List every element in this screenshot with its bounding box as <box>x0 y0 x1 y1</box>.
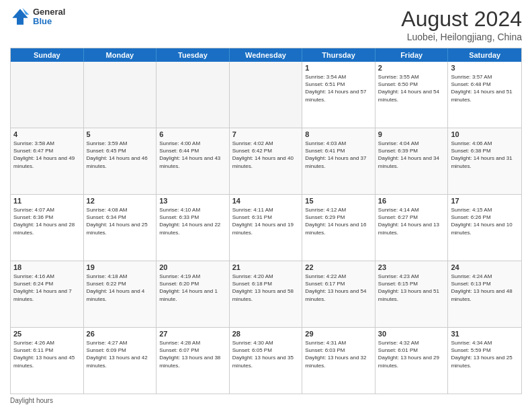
cal-cell: 22Sunrise: 4:22 AMSunset: 6:17 PMDayligh… <box>302 261 375 327</box>
cal-cell: 29Sunrise: 4:31 AMSunset: 6:03 PMDayligh… <box>302 328 375 394</box>
day-number: 29 <box>305 330 372 338</box>
cal-cell: 4Sunrise: 3:58 AMSunset: 6:47 PMDaylight… <box>11 128 84 194</box>
day-info: Sunrise: 4:31 AMSunset: 6:03 PMDaylight:… <box>305 339 372 369</box>
cal-cell: 23Sunrise: 4:23 AMSunset: 6:15 PMDayligh… <box>375 261 449 327</box>
cal-cell: 20Sunrise: 4:19 AMSunset: 6:20 PMDayligh… <box>157 261 230 327</box>
cal-cell: 17Sunrise: 4:15 AMSunset: 6:26 PMDayligh… <box>448 195 521 261</box>
page: General Blue August 2024 Luobei, Heilong… <box>0 0 532 411</box>
day-number: 30 <box>378 330 445 338</box>
day-number: 5 <box>87 130 154 138</box>
day-info: Sunrise: 4:23 AMSunset: 6:15 PMDaylight:… <box>378 273 445 303</box>
cal-cell: 6Sunrise: 4:00 AMSunset: 6:44 PMDaylight… <box>157 128 230 194</box>
header: General Blue August 2024 Luobei, Heilong… <box>10 7 522 42</box>
calendar-header-row: SundayMondayTuesdayWednesdayThursdayFrid… <box>11 48 521 62</box>
day-number: 14 <box>232 197 300 205</box>
day-info: Sunrise: 4:24 AMSunset: 6:13 PMDaylight:… <box>451 273 519 303</box>
day-info: Sunrise: 4:34 AMSunset: 5:59 PMDaylight:… <box>451 339 519 369</box>
cal-cell: 3Sunrise: 3:57 AMSunset: 6:48 PMDaylight… <box>448 62 521 128</box>
day-number: 6 <box>159 130 226 138</box>
day-info: Sunrise: 4:07 AMSunset: 6:36 PMDaylight:… <box>13 206 81 236</box>
day-info: Sunrise: 3:55 AMSunset: 6:50 PMDaylight:… <box>378 73 445 103</box>
day-info: Sunrise: 4:19 AMSunset: 6:20 PMDaylight:… <box>159 273 226 303</box>
cal-cell: 12Sunrise: 4:08 AMSunset: 6:34 PMDayligh… <box>84 195 157 261</box>
day-number: 26 <box>87 330 154 338</box>
cal-cell <box>84 62 157 128</box>
daylight-label: Daylight hours <box>10 397 53 404</box>
title-block: August 2024 Luobei, Heilongjiang, China <box>401 7 522 42</box>
day-number: 20 <box>159 263 226 271</box>
footer: Daylight hours <box>10 397 522 404</box>
day-info: Sunrise: 4:27 AMSunset: 6:09 PMDaylight:… <box>87 339 154 369</box>
day-info: Sunrise: 4:20 AMSunset: 6:18 PMDaylight:… <box>232 273 300 303</box>
day-info: Sunrise: 4:02 AMSunset: 6:42 PMDaylight:… <box>232 140 300 170</box>
day-info: Sunrise: 4:10 AMSunset: 6:33 PMDaylight:… <box>159 206 226 236</box>
day-number: 15 <box>305 197 372 205</box>
cal-cell: 19Sunrise: 4:18 AMSunset: 6:22 PMDayligh… <box>84 261 157 327</box>
cal-cell <box>11 62 84 128</box>
cal-header-thursday: Thursday <box>302 48 375 62</box>
cal-cell: 9Sunrise: 4:04 AMSunset: 6:39 PMDaylight… <box>375 128 449 194</box>
day-number: 17 <box>451 197 519 205</box>
day-info: Sunrise: 4:06 AMSunset: 6:38 PMDaylight:… <box>451 140 519 170</box>
day-number: 31 <box>451 330 519 338</box>
day-number: 11 <box>13 197 81 205</box>
cal-cell: 24Sunrise: 4:24 AMSunset: 6:13 PMDayligh… <box>448 261 521 327</box>
day-number: 28 <box>232 330 300 338</box>
cal-header-wednesday: Wednesday <box>230 48 303 62</box>
cal-cell: 27Sunrise: 4:28 AMSunset: 6:07 PMDayligh… <box>157 328 230 394</box>
cal-header-saturday: Saturday <box>448 48 521 62</box>
day-info: Sunrise: 4:22 AMSunset: 6:17 PMDaylight:… <box>305 273 372 303</box>
cal-header-monday: Monday <box>84 48 157 62</box>
cal-week-4: 18Sunrise: 4:16 AMSunset: 6:24 PMDayligh… <box>11 261 521 328</box>
day-number: 1 <box>305 64 372 72</box>
day-info: Sunrise: 4:00 AMSunset: 6:44 PMDaylight:… <box>159 140 226 170</box>
day-info: Sunrise: 4:26 AMSunset: 6:11 PMDaylight:… <box>13 339 81 369</box>
cal-cell: 21Sunrise: 4:20 AMSunset: 6:18 PMDayligh… <box>230 261 303 327</box>
day-info: Sunrise: 4:03 AMSunset: 6:41 PMDaylight:… <box>305 140 372 170</box>
day-info: Sunrise: 4:04 AMSunset: 6:39 PMDaylight:… <box>378 140 445 170</box>
main-title: August 2024 <box>401 7 522 32</box>
day-info: Sunrise: 3:59 AMSunset: 6:45 PMDaylight:… <box>87 140 154 170</box>
day-number: 27 <box>159 330 226 338</box>
day-info: Sunrise: 4:15 AMSunset: 6:26 PMDaylight:… <box>451 206 519 236</box>
day-info: Sunrise: 4:14 AMSunset: 6:27 PMDaylight:… <box>378 206 445 236</box>
day-number: 4 <box>13 130 81 138</box>
day-info: Sunrise: 4:16 AMSunset: 6:24 PMDaylight:… <box>13 273 81 303</box>
day-number: 16 <box>378 197 445 205</box>
day-number: 3 <box>451 64 519 72</box>
logo: General Blue <box>10 7 65 27</box>
subtitle: Luobei, Heilongjiang, China <box>401 32 522 42</box>
day-number: 18 <box>13 263 81 271</box>
day-info: Sunrise: 3:57 AMSunset: 6:48 PMDaylight:… <box>451 73 519 103</box>
cal-cell: 31Sunrise: 4:34 AMSunset: 5:59 PMDayligh… <box>448 328 521 394</box>
day-number: 8 <box>305 130 372 138</box>
day-number: 23 <box>378 263 445 271</box>
cal-cell: 2Sunrise: 3:55 AMSunset: 6:50 PMDaylight… <box>375 62 449 128</box>
cal-cell: 28Sunrise: 4:30 AMSunset: 6:05 PMDayligh… <box>230 328 303 394</box>
day-info: Sunrise: 4:28 AMSunset: 6:07 PMDaylight:… <box>159 339 226 369</box>
cal-cell: 13Sunrise: 4:10 AMSunset: 6:33 PMDayligh… <box>157 195 230 261</box>
cal-cell: 11Sunrise: 4:07 AMSunset: 6:36 PMDayligh… <box>11 195 84 261</box>
cal-cell: 14Sunrise: 4:11 AMSunset: 6:31 PMDayligh… <box>230 195 303 261</box>
cal-cell <box>230 62 303 128</box>
day-info: Sunrise: 4:08 AMSunset: 6:34 PMDaylight:… <box>87 206 154 236</box>
cal-cell: 26Sunrise: 4:27 AMSunset: 6:09 PMDayligh… <box>84 328 157 394</box>
cal-cell: 7Sunrise: 4:02 AMSunset: 6:42 PMDaylight… <box>230 128 303 194</box>
day-number: 2 <box>378 64 445 72</box>
day-info: Sunrise: 4:18 AMSunset: 6:22 PMDaylight:… <box>87 273 154 303</box>
logo-general-text: General <box>33 7 65 17</box>
cal-cell: 5Sunrise: 3:59 AMSunset: 6:45 PMDaylight… <box>84 128 157 194</box>
logo-text: General Blue <box>33 7 65 27</box>
cal-week-3: 11Sunrise: 4:07 AMSunset: 6:36 PMDayligh… <box>11 195 521 261</box>
day-info: Sunrise: 3:54 AMSunset: 6:51 PMDaylight:… <box>305 73 372 103</box>
cal-cell: 1Sunrise: 3:54 AMSunset: 6:51 PMDaylight… <box>302 62 375 128</box>
cal-week-2: 4Sunrise: 3:58 AMSunset: 6:47 PMDaylight… <box>11 128 521 195</box>
calendar: SundayMondayTuesdayWednesdayThursdayFrid… <box>10 48 522 394</box>
cal-header-sunday: Sunday <box>11 48 84 62</box>
day-info: Sunrise: 3:58 AMSunset: 6:47 PMDaylight:… <box>13 140 81 170</box>
day-info: Sunrise: 4:32 AMSunset: 6:01 PMDaylight:… <box>378 339 445 369</box>
day-info: Sunrise: 4:30 AMSunset: 6:05 PMDaylight:… <box>232 339 300 369</box>
day-number: 24 <box>451 263 519 271</box>
day-info: Sunrise: 4:11 AMSunset: 6:31 PMDaylight:… <box>232 206 300 236</box>
day-number: 19 <box>87 263 154 271</box>
